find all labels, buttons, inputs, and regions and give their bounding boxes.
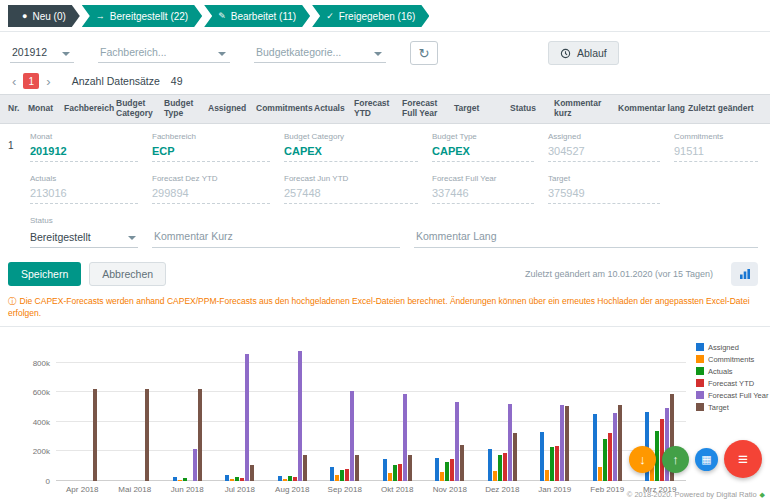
x-axis-label-jun-2018: Jun 2018 <box>171 485 204 494</box>
page-number-badge[interactable]: 1 <box>23 73 39 89</box>
page-next-icon[interactable]: › <box>46 75 50 88</box>
ablauf-button[interactable]: Ablauf <box>548 41 619 65</box>
field-label: Forecast Jun YTD <box>284 174 418 183</box>
column-header-actuals: Actuals <box>314 104 354 114</box>
refresh-button[interactable]: ↻ <box>410 41 438 65</box>
menu-fab-button[interactable]: ≡ <box>724 440 762 478</box>
tab-bereitgestellt[interactable]: → Bereitgestellt (22) <box>82 5 202 27</box>
column-header-assigned: Assigned <box>208 104 256 114</box>
kommentar-lang-input[interactable] <box>414 227 758 248</box>
field-value: CAPEX <box>432 145 534 162</box>
bar-actuals <box>603 439 607 481</box>
status-select[interactable]: Bereitgestellt <box>30 229 138 248</box>
field-label: Budget Category <box>284 132 418 141</box>
fachbereich-select[interactable]: Fachbereich... <box>98 43 230 63</box>
field-budget-category: Budget CategoryCAPEX <box>284 132 418 162</box>
bar-commitments <box>493 471 497 481</box>
tab-bearbeitet[interactable]: ✎ Bearbeitet (11) <box>204 5 310 27</box>
bar-forecast-full-year <box>245 354 249 481</box>
bar-assigned <box>540 432 544 481</box>
footer: © 2018-2020. Powered by Digital Ratio ◆ <box>627 490 765 499</box>
chart-bars: Apr 2018Mai 2018Jun 2018Jul 2018Aug 2018… <box>56 341 686 481</box>
expanded-record-row: 1 Monat201912FachbereichECPBudget Catego… <box>0 124 770 204</box>
x-axis-label-aug-2018: Aug 2018 <box>275 485 309 494</box>
field-value: 375949 <box>548 187 660 204</box>
bar-assigned <box>383 459 387 480</box>
bar-forecast-ytd <box>293 477 297 481</box>
month-select[interactable]: 201912 <box>10 43 74 63</box>
field-value: 201912 <box>30 145 138 162</box>
budgetkategorie-select[interactable]: Budgetkategorie... <box>254 43 386 63</box>
bar-forecast-ytd <box>240 478 244 480</box>
field-label: Forecast Full Year <box>432 174 534 183</box>
pencil-icon: ✎ <box>218 12 226 21</box>
bar-assigned <box>435 458 439 481</box>
tab-bereitgestellt-label: Bereitgestellt (22) <box>110 11 188 22</box>
field-monat: Monat201912 <box>30 132 138 162</box>
bar-group-apr-2018: Apr 2018 <box>68 341 97 481</box>
field-value: 213016 <box>30 187 138 204</box>
tab-neu[interactable]: ● Neu (0) <box>8 5 80 27</box>
y-axis-label-400k: 400k <box>33 417 56 426</box>
y-axis-label-0: 0 <box>46 476 56 485</box>
x-axis-label-okt-2018: Okt 2018 <box>381 485 413 494</box>
bar-group-sep-2018: Sep 2018 <box>330 341 359 481</box>
bar-group-aug-2018: Aug 2018 <box>278 341 307 481</box>
bar-commitments <box>178 480 182 481</box>
field-assigned: Assigned304527 <box>548 132 660 162</box>
field-label: Commitments <box>674 132 758 141</box>
bar-forecast-ytd <box>608 433 612 480</box>
bar-assigned <box>593 414 597 480</box>
bar-group-jul-2018: Jul 2018 <box>225 341 254 481</box>
bar-forecast-ytd <box>503 453 507 480</box>
bar-target <box>303 455 307 480</box>
status-tabbar: ● Neu (0) → Bereitgestellt (22) ✎ Bearbe… <box>0 0 770 32</box>
new-icon: ● <box>22 12 27 21</box>
field-commitments: Commitments91511 <box>674 132 758 162</box>
legend-swatch-icon <box>696 343 704 351</box>
bar-target <box>513 433 517 480</box>
field-label: Forecast Dez YTD <box>152 174 270 183</box>
bar-actuals <box>235 477 239 481</box>
x-axis-label-jul-2018: Jul 2018 <box>225 485 255 494</box>
pagination-row: ‹ 1 › Anzahl Datensätze 49 <box>0 72 770 94</box>
save-button[interactable]: Speichern <box>8 262 81 286</box>
x-axis-label-mai-2018: Mai 2018 <box>118 485 151 494</box>
bar-forecast-ytd <box>555 446 559 481</box>
bar-group-jan-2019: Jan 2019 <box>540 341 569 481</box>
field-forecast-jun-ytd: Forecast Jun YTD257448 <box>284 174 418 204</box>
bar-assigned <box>330 467 334 480</box>
cancel-button[interactable]: Abbrechen <box>89 262 166 286</box>
page-prev-icon[interactable]: ‹ <box>12 75 16 88</box>
record-count-value: 49 <box>171 75 183 87</box>
bar-target <box>93 389 97 480</box>
upload-fab-button[interactable]: ↑ <box>662 446 689 473</box>
column-header-target: Target <box>454 104 510 114</box>
bar-target <box>565 406 569 480</box>
bar-forecast-full-year <box>508 404 512 481</box>
field-label: Budget Type <box>432 132 534 141</box>
column-header-commitments: Commitments <box>256 104 314 114</box>
kommentar-kurz-input[interactable] <box>152 227 400 248</box>
bar-target <box>145 389 149 480</box>
clock-icon <box>560 48 571 59</box>
bar-target <box>408 455 412 481</box>
bar-forecast-ytd <box>398 464 402 481</box>
legend-item-actuals: Actuals <box>696 367 770 376</box>
chart-button[interactable] <box>731 262 758 286</box>
bar-actuals <box>498 455 502 480</box>
chart-legend: AssignedCommitmentsActualsForecast YTDFo… <box>696 343 770 412</box>
field-fachbereich: FachbereichECP <box>152 132 270 162</box>
excel-fab-button[interactable]: ▦ <box>695 448 718 471</box>
capex-warning-text: Die CAPEX-Forecasts werden anhand CAPEX/… <box>8 296 750 318</box>
budgetkategorie-select-placeholder: Budgetkategorie... <box>256 46 341 58</box>
x-axis-label-jan-2019: Jan 2019 <box>538 485 571 494</box>
field-value: 299894 <box>152 187 270 204</box>
column-header-monat: Monat <box>28 104 64 114</box>
tab-freigegeben[interactable]: ✓ Freigegeben (16) <box>312 5 429 27</box>
field-label: Target <box>548 174 660 183</box>
download-fab-button[interactable]: ↓ <box>629 446 656 473</box>
legend-item-forecast-full-year: Forecast Full Year <box>696 391 770 400</box>
bar-assigned <box>278 476 282 480</box>
legend-label: Commitments <box>708 355 754 364</box>
